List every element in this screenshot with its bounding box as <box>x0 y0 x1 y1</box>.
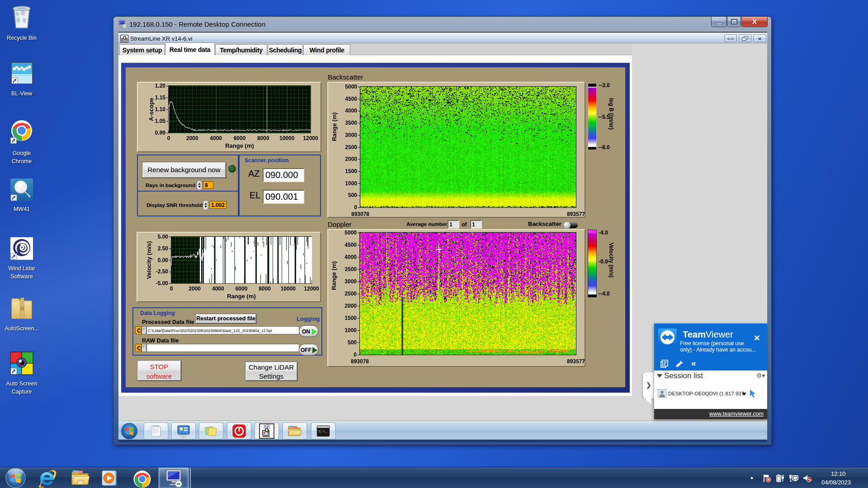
svg-text:C:\_: C:\_ <box>319 429 327 433</box>
